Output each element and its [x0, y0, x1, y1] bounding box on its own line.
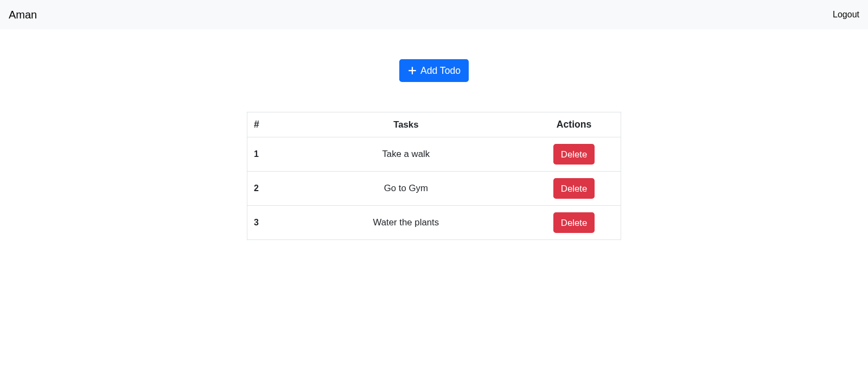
- row-task: Water the plants: [284, 206, 527, 240]
- add-todo-button[interactable]: Add Todo: [399, 59, 469, 82]
- row-task: Take a walk: [284, 137, 527, 172]
- add-todo-section: Add Todo: [247, 59, 621, 82]
- header-number: #: [247, 112, 285, 137]
- delete-button[interactable]: Delete: [553, 144, 595, 165]
- row-number: 3: [247, 206, 285, 240]
- todo-table: # Tasks Actions 1 Take a walk Delete 2 G…: [247, 112, 621, 240]
- row-action-cell: Delete: [527, 172, 621, 206]
- navbar: Aman Logout: [0, 0, 868, 29]
- plus-icon: [407, 66, 417, 75]
- logout-link[interactable]: Logout: [833, 10, 859, 20]
- table-row: 3 Water the plants Delete: [247, 206, 621, 240]
- table-header-row: # Tasks Actions: [247, 112, 621, 137]
- main-container: Add Todo # Tasks Actions 1 Take a walk D…: [239, 59, 629, 240]
- delete-button[interactable]: Delete: [553, 212, 595, 233]
- header-tasks: Tasks: [284, 112, 527, 137]
- header-actions: Actions: [527, 112, 621, 137]
- row-action-cell: Delete: [527, 137, 621, 172]
- navbar-brand: Aman: [9, 9, 37, 21]
- delete-button[interactable]: Delete: [553, 178, 595, 199]
- row-task: Go to Gym: [284, 172, 527, 206]
- table-row: 1 Take a walk Delete: [247, 137, 621, 172]
- row-number: 1: [247, 137, 285, 172]
- row-action-cell: Delete: [527, 206, 621, 240]
- add-todo-label: Add Todo: [420, 64, 461, 78]
- table-row: 2 Go to Gym Delete: [247, 172, 621, 206]
- row-number: 2: [247, 172, 285, 206]
